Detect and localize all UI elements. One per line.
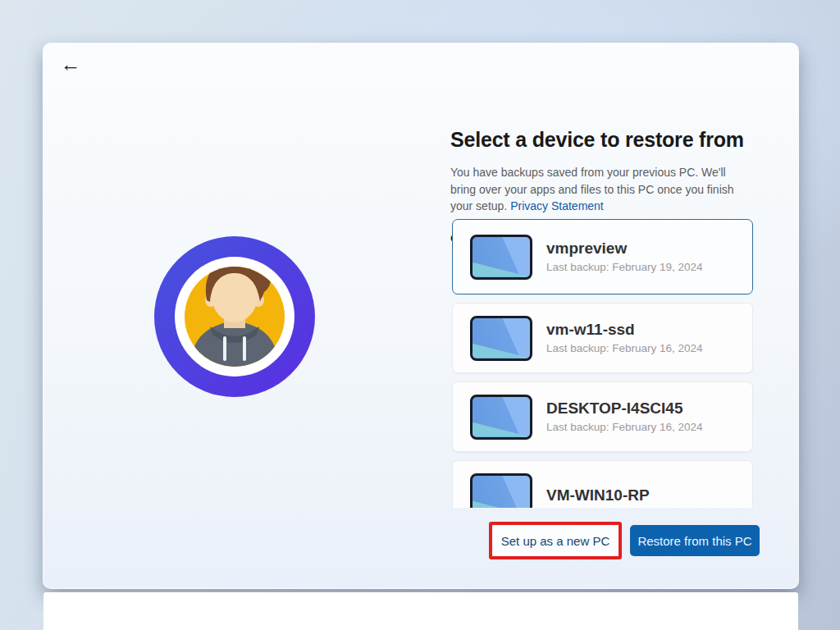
arrow-left-icon: ← <box>61 52 81 76</box>
device-name: vm-w11-ssd <box>546 320 703 340</box>
device-last-backup: Last backup: February 16, 2024 <box>546 340 703 356</box>
pc-thumbnail-icon <box>470 395 532 440</box>
device-name: VM-WIN10-RP <box>546 486 650 505</box>
footer-actions: Set up as a new PC Restore from this PC <box>489 522 760 559</box>
device-name: DESKTOP-I4SCI45 <box>546 399 703 418</box>
setup-new-pc-button[interactable]: Set up as a new PC <box>492 525 619 556</box>
oobe-screen: ← <box>0 0 840 630</box>
device-list: vmpreview Last backup: February 19, 2024… <box>452 219 753 508</box>
pc-thumbnail-icon <box>470 235 532 280</box>
device-name: vmpreview <box>546 239 703 258</box>
back-button[interactable]: ← <box>57 50 84 78</box>
user-avatar <box>153 235 317 399</box>
restore-from-pc-button[interactable]: Restore from this PC <box>630 525 760 556</box>
device-card[interactable]: vm-w11-ssd Last backup: February 16, 202… <box>452 303 753 373</box>
setup-dialog: ← <box>43 43 799 589</box>
device-card[interactable]: VM-WIN10-RP <box>452 460 753 508</box>
device-card[interactable]: vmpreview Last backup: February 19, 2024 <box>452 219 753 294</box>
background-window-sheet <box>43 592 798 630</box>
device-last-backup: Last backup: February 19, 2024 <box>546 259 703 275</box>
device-card[interactable]: DESKTOP-I4SCI45 Last backup: February 16… <box>452 381 753 452</box>
pc-thumbnail-icon <box>470 473 532 509</box>
privacy-statement-link[interactable]: Privacy Statement <box>510 199 604 212</box>
pc-thumbnail-icon <box>470 316 532 361</box>
avatar-illustration <box>153 235 317 399</box>
page-description: You have backups saved from your previou… <box>450 164 749 215</box>
annotation-highlight-box: Set up as a new PC <box>489 522 622 559</box>
page-title: Select a device to restore from <box>450 128 762 152</box>
device-last-backup: Last backup: February 16, 2024 <box>546 419 703 435</box>
